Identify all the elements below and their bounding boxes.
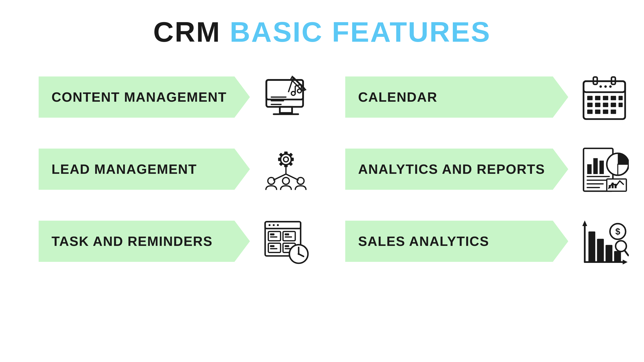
svg-point-37 — [284, 157, 289, 162]
sales-analytics-label: SALES ANALYTICS — [345, 221, 568, 262]
svg-rect-32 — [587, 109, 592, 114]
svg-rect-72 — [268, 243, 281, 253]
svg-point-49 — [268, 177, 275, 184]
content-management-icon — [258, 69, 314, 125]
svg-rect-91 — [606, 245, 613, 262]
svg-rect-30 — [611, 103, 616, 107]
svg-point-19 — [599, 85, 602, 88]
svg-rect-57 — [587, 164, 591, 174]
feature-content-management: CONTENT MANAGEMENT — [39, 69, 314, 125]
svg-rect-63 — [612, 183, 614, 188]
analytics-reports-label: ANALYTICS AND REPORTS — [345, 149, 568, 190]
page-title: CRM BASIC FEATURES — [153, 15, 491, 48]
svg-rect-41 — [291, 158, 294, 161]
svg-point-20 — [604, 85, 607, 88]
svg-rect-31 — [618, 103, 623, 107]
svg-line-47 — [273, 174, 286, 180]
features-grid: CONTENT MANAGEMENT — [39, 69, 605, 270]
feature-analytics-reports: ANALYTICS AND REPORTS — [345, 141, 633, 197]
svg-rect-28 — [595, 103, 600, 107]
svg-rect-35 — [611, 109, 616, 114]
sales-analytics-icon: $ — [576, 213, 633, 270]
svg-point-50 — [297, 177, 304, 184]
svg-rect-16 — [583, 81, 625, 92]
lead-management-icon — [258, 141, 314, 197]
feature-lead-management: LEAD MANAGEMENT — [39, 141, 314, 197]
content-management-label: CONTENT MANAGEMENT — [39, 76, 250, 118]
lead-management-label: LEAD MANAGEMENT — [39, 149, 250, 190]
feature-calendar: CALENDAR — [345, 69, 633, 125]
svg-point-21 — [609, 85, 612, 88]
svg-rect-89 — [588, 231, 595, 262]
svg-rect-25 — [611, 96, 616, 100]
svg-rect-64 — [615, 184, 617, 188]
svg-rect-24 — [603, 96, 608, 100]
svg-marker-88 — [582, 220, 587, 226]
svg-rect-22 — [587, 96, 592, 100]
svg-rect-71 — [283, 231, 295, 241]
calendar-label: CALENDAR — [345, 76, 568, 118]
svg-rect-0 — [266, 80, 303, 107]
svg-rect-76 — [285, 234, 289, 236]
svg-rect-75 — [270, 236, 277, 238]
task-reminders-icon — [258, 213, 314, 270]
svg-rect-2 — [280, 107, 292, 113]
svg-rect-27 — [587, 103, 592, 107]
feature-sales-analytics: SALES ANALYTICS $ — [345, 213, 633, 270]
svg-line-98 — [625, 251, 628, 255]
task-reminders-label: TASK AND REMINDERS — [39, 221, 250, 262]
svg-marker-94 — [623, 260, 628, 264]
svg-rect-39 — [284, 164, 288, 167]
svg-rect-70 — [268, 231, 281, 241]
svg-text:$: $ — [615, 227, 620, 236]
svg-point-51 — [283, 177, 290, 184]
svg-rect-26 — [618, 96, 623, 100]
svg-rect-40 — [278, 158, 281, 161]
svg-rect-59 — [599, 161, 604, 174]
svg-point-67 — [269, 224, 271, 226]
svg-rect-78 — [270, 245, 274, 247]
feature-task-reminders: TASK AND REMINDERS — [39, 213, 314, 270]
svg-rect-92 — [614, 251, 621, 262]
svg-rect-90 — [597, 239, 604, 262]
svg-rect-62 — [609, 185, 611, 188]
svg-rect-29 — [603, 103, 608, 107]
svg-line-48 — [286, 174, 299, 180]
svg-rect-34 — [603, 109, 608, 114]
svg-rect-38 — [284, 152, 288, 154]
svg-rect-77 — [285, 236, 292, 238]
calendar-icon — [576, 69, 633, 125]
analytics-reports-icon — [576, 141, 633, 197]
svg-point-69 — [277, 224, 279, 226]
svg-rect-74 — [270, 234, 274, 236]
svg-rect-58 — [593, 158, 598, 174]
svg-rect-23 — [595, 96, 600, 100]
svg-point-68 — [273, 224, 275, 226]
svg-rect-33 — [595, 109, 600, 114]
svg-rect-79 — [270, 248, 277, 249]
svg-rect-80 — [285, 245, 289, 247]
